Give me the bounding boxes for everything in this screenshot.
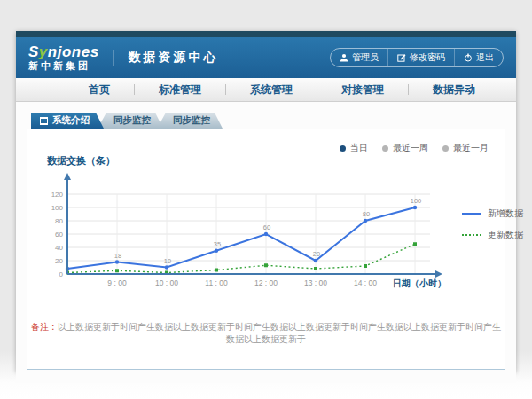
radio-option-最近一周[interactable]: 最近一周 — [382, 142, 428, 154]
data-point-label: 100 — [411, 197, 422, 205]
radio-label: 当日 — [350, 142, 368, 154]
x-tick-label: 10 : 00 — [155, 278, 178, 287]
y-tick-label: 40 — [55, 244, 63, 252]
radio-dot — [340, 145, 346, 152]
tab-系统介绍-0[interactable]: 系统介绍 — [31, 113, 104, 129]
power-icon — [464, 53, 473, 62]
data-point-label: 20 — [313, 250, 320, 258]
data-point-新增数据 — [264, 232, 268, 236]
top-strip — [16, 31, 516, 37]
y-tick-label: 80 — [55, 217, 63, 225]
tab-label: 系统介绍 — [52, 114, 90, 127]
radio-option-最近一月[interactable]: 最近一月 — [442, 142, 489, 154]
logo: Synjones 新中新集团 — [28, 44, 99, 71]
user-menu-item-修改密码[interactable]: 修改密码 — [387, 49, 454, 66]
tab-同步监控-2[interactable]: 同步监控 — [157, 113, 223, 129]
data-point-label: 80 — [363, 210, 370, 218]
logo-main-rest: njones — [48, 43, 99, 60]
legend-swatch — [462, 234, 481, 236]
user-menu-label: 修改密码 — [410, 51, 445, 64]
x-axis-title: 日期（小时） — [393, 278, 446, 288]
chart-panel: 当日最近一周最近一月 数据交换（条） 0204060801001209 : 00… — [27, 129, 505, 370]
y-axis-arrow — [64, 173, 71, 180]
x-tick-label: 11 : 00 — [205, 278, 228, 287]
x-tick-label: 14 : 00 — [354, 278, 377, 287]
data-point-新增数据 — [413, 206, 417, 209]
y-tick-label: 20 — [55, 257, 63, 265]
logo-main: Synjones — [28, 44, 99, 59]
x-tick-label: 9 : 00 — [107, 278, 127, 287]
tab-同步监控-1[interactable]: 同步监控 — [98, 113, 163, 129]
data-point-更新数据 — [264, 263, 268, 267]
user-menu: 管理员修改密码退出 — [330, 48, 504, 67]
y-tick-label: 0 — [59, 270, 64, 278]
document-icon — [40, 117, 48, 125]
legend-label: 新增数据 — [488, 207, 523, 220]
tab-bar: 系统介绍同步监控同步监控 — [31, 113, 516, 129]
legend-label: 更新数据 — [488, 229, 523, 241]
user-menu-item-退出[interactable]: 退出 — [454, 49, 503, 66]
page-title: 数据资源中心 — [113, 50, 219, 66]
radio-label: 最近一月 — [453, 142, 489, 154]
data-point-新增数据 — [314, 259, 317, 262]
data-point-新增数据 — [364, 219, 367, 223]
radio-option-当日[interactable]: 当日 — [340, 142, 368, 154]
nav-item-标准管理[interactable]: 标准管理 — [135, 78, 225, 101]
nav-item-对接管理[interactable]: 对接管理 — [317, 78, 408, 101]
data-point-label: 10 — [164, 257, 171, 265]
data-point-新增数据 — [215, 249, 218, 253]
data-point-label: 35 — [214, 240, 221, 248]
user-menu-item-管理员[interactable]: 管理员 — [331, 49, 387, 66]
tab-label: 同步监控 — [173, 114, 210, 127]
data-point-新增数据 — [115, 260, 119, 263]
x-axis-arrow — [435, 270, 442, 278]
legend-item-新增数据[interactable]: 新增数据 — [462, 207, 523, 220]
x-tick-label: 13 : 00 — [304, 278, 327, 287]
data-point-更新数据 — [215, 269, 218, 272]
radio-dot — [382, 145, 388, 152]
y-axis-title: 数据交换（条） — [47, 154, 115, 168]
legend-swatch — [462, 213, 481, 215]
edit-icon — [397, 53, 406, 62]
data-point-更新数据 — [314, 267, 317, 270]
data-point-更新数据 — [115, 269, 119, 272]
data-point-更新数据 — [413, 242, 417, 246]
footnote: 备注：以上数据更新于时间产生数据以上数据更新于时间产生数据以上数据更新于时间产生… — [27, 321, 505, 346]
header: Synjones 新中新集团 数据资源中心 管理员修改密码退出 — [16, 37, 516, 78]
nav-item-系统管理[interactable]: 系统管理 — [226, 78, 317, 101]
chart-legend: 新增数据更新数据 — [462, 207, 523, 296]
radio-label: 最近一周 — [393, 142, 428, 154]
nav-item-首页[interactable]: 首页 — [65, 78, 134, 101]
time-range-filter: 当日最近一周最近一月 — [340, 142, 489, 154]
footnote-label: 备注： — [31, 322, 58, 332]
nav-item-数据异动[interactable]: 数据异动 — [409, 78, 499, 101]
line-chart: 0204060801001209 : 0010 : 0011 : 0012 : … — [45, 172, 523, 296]
data-point-新增数据 — [165, 265, 168, 269]
y-tick-label: 60 — [55, 231, 63, 239]
content-area: 系统介绍同步监控同步监控 当日最近一周最近一月 数据交换（条） 02040608… — [16, 113, 516, 383]
app-window: Synjones 新中新集团 数据资源中心 管理员修改密码退出 首页标准管理系统… — [16, 31, 516, 372]
data-point-label: 60 — [263, 223, 270, 231]
line-chart-svg: 0204060801001209 : 0010 : 0011 : 0012 : … — [45, 172, 453, 296]
y-tick-label: 120 — [51, 191, 64, 199]
user-icon — [340, 53, 348, 62]
user-menu-label: 管理员 — [352, 51, 379, 64]
main-nav: 首页标准管理系统管理对接管理数据异动 — [16, 78, 516, 102]
legend-item-更新数据[interactable]: 更新数据 — [462, 229, 523, 241]
tab-label: 同步监控 — [113, 114, 151, 127]
radio-dot — [442, 145, 449, 152]
x-tick-label: 12 : 00 — [254, 278, 278, 287]
logo-sub: 新中新集团 — [28, 61, 99, 71]
footnote-text: 以上数据更新于时间产生数据以上数据更新于时间产生数据以上数据更新于时间产生数据以… — [58, 322, 501, 344]
y-tick-label: 100 — [51, 204, 64, 212]
user-menu-label: 退出 — [476, 51, 494, 64]
data-point-label: 18 — [114, 252, 121, 260]
data-point-更新数据 — [364, 264, 367, 268]
